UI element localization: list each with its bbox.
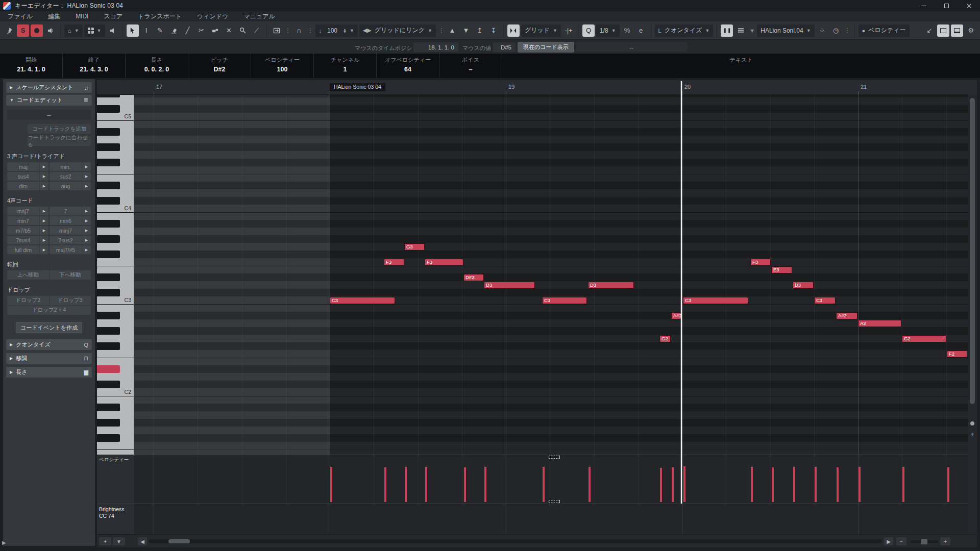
midi-note-F3[interactable]: F3 bbox=[750, 259, 771, 266]
velocity-bar[interactable] bbox=[751, 467, 753, 502]
h-zoom-slider[interactable] bbox=[911, 540, 938, 543]
black-key[interactable] bbox=[97, 381, 120, 388]
preset-selector[interactable]: ⌂▼ bbox=[64, 24, 83, 37]
velocity-bar[interactable] bbox=[837, 467, 839, 502]
midi-note-As2[interactable]: A#2 bbox=[671, 312, 682, 319]
black-key[interactable] bbox=[97, 342, 120, 350]
chord-pad-arrow-icon[interactable]: ▶ bbox=[82, 182, 91, 190]
midi-note-D3[interactable]: D3 bbox=[484, 282, 535, 289]
independent-loop-icon[interactable]: ∩ bbox=[293, 24, 305, 37]
nudge-up-icon[interactable]: ▲ bbox=[446, 24, 458, 37]
velocity-bar[interactable] bbox=[330, 467, 332, 502]
inversion-button[interactable]: 上へ移動 bbox=[7, 270, 49, 280]
midi-note-E3[interactable]: E3 bbox=[771, 266, 792, 273]
info-field-value[interactable]: 1 bbox=[344, 66, 347, 73]
kebab-icon[interactable]: ⋮ bbox=[308, 27, 313, 34]
grid-type-selector[interactable]: グリッド ▼ bbox=[521, 24, 561, 37]
line-tool[interactable]: ⟋ bbox=[251, 24, 263, 37]
length-panel-header[interactable]: ▶ 長さ ▆ bbox=[6, 367, 92, 378]
move-down-icon[interactable]: ↧ bbox=[487, 24, 500, 37]
velocity-bar[interactable] bbox=[859, 467, 861, 502]
menu-item[interactable]: 編集 bbox=[40, 12, 68, 21]
select-tool[interactable] bbox=[127, 24, 139, 37]
midi-note-G2[interactable]: G2 bbox=[659, 335, 671, 342]
black-key[interactable] bbox=[97, 434, 120, 442]
info-field[interactable]: オフベロシティー64 bbox=[377, 54, 439, 78]
scroll-right-icon[interactable]: ▶ bbox=[884, 537, 893, 545]
chord-edit-panel[interactable]: ▼ コードエディット ≣ bbox=[6, 95, 92, 106]
velocity-bar[interactable] bbox=[772, 467, 774, 502]
quantize-panel-header[interactable]: ▶ クオンタイズ Q bbox=[6, 339, 92, 350]
chord-pad-arrow-icon[interactable]: ▶ bbox=[82, 162, 91, 171]
midi-note-C3[interactable]: C3 bbox=[814, 297, 836, 304]
info-field-value[interactable]: 64 bbox=[404, 66, 411, 73]
velocity-bar[interactable] bbox=[543, 467, 545, 502]
chord-pad-arrow-icon[interactable]: ▶ bbox=[82, 245, 91, 254]
velocity-lane[interactable] bbox=[134, 455, 968, 504]
info-field-value[interactable]: 100 bbox=[277, 66, 288, 73]
horizontal-scrollbar-thumb[interactable] bbox=[168, 539, 190, 543]
tempo-clock-icon[interactable]: ◷ bbox=[830, 24, 842, 37]
pin-icon[interactable] bbox=[3, 24, 15, 37]
sidebar-expand-icon[interactable]: ▶ bbox=[2, 540, 6, 545]
midi-note-C3[interactable]: C3 bbox=[683, 297, 748, 304]
menu-item[interactable]: スコア bbox=[96, 12, 130, 21]
zoom-tool[interactable] bbox=[237, 24, 249, 37]
audition-speaker-icon[interactable] bbox=[107, 24, 119, 37]
length-adjust-button[interactable]: -|+ bbox=[562, 24, 575, 37]
midi-note-D3[interactable]: D3 bbox=[793, 282, 814, 289]
current-chord-display-button[interactable]: 現在のコード表示 bbox=[518, 42, 574, 53]
menu-item[interactable]: ファイル bbox=[0, 12, 40, 21]
chord-pad-sus2[interactable]: sus2▶ bbox=[50, 172, 91, 181]
track-selector[interactable]: HALion Soni.04 ▼ bbox=[757, 24, 814, 37]
chord-pad-minj7[interactable]: minj7▶ bbox=[50, 226, 91, 235]
chord-pad-dim[interactable]: dim▶ bbox=[7, 182, 48, 190]
draw-tool[interactable]: ✎ bbox=[154, 24, 166, 37]
open-in-lower-zone-icon[interactable]: ↙ bbox=[923, 24, 936, 37]
transpose-panel-header[interactable]: ▶ 移調 ⊓ bbox=[6, 353, 92, 364]
velocity-handle-top[interactable] bbox=[549, 456, 560, 459]
velocity-bar[interactable] bbox=[464, 467, 466, 502]
midi-note-G3[interactable]: G3 bbox=[404, 243, 425, 251]
black-key[interactable] bbox=[97, 289, 120, 296]
length-quantize-selector[interactable]: L クオンタイズ ▼ bbox=[655, 24, 714, 37]
black-key[interactable] bbox=[97, 404, 120, 411]
black-key[interactable] bbox=[97, 128, 120, 136]
v-zoom-in-button[interactable]: ＋ bbox=[968, 430, 977, 438]
black-key[interactable] bbox=[97, 312, 120, 319]
scroll-left-icon[interactable]: ◀ bbox=[138, 537, 147, 545]
black-key[interactable] bbox=[97, 273, 120, 281]
record-in-editor-button[interactable] bbox=[31, 24, 43, 37]
midi-note-C3[interactable]: C3 bbox=[542, 297, 587, 304]
menu-item[interactable]: MIDI bbox=[68, 13, 96, 20]
midi-note-As2[interactable]: A#2 bbox=[836, 312, 857, 319]
chord-pad-arrow-icon[interactable]: ▶ bbox=[40, 226, 48, 235]
info-field[interactable]: 終了21. 4. 3. 0 bbox=[63, 54, 126, 78]
velocity-bar[interactable] bbox=[484, 467, 486, 502]
velocity-bar[interactable] bbox=[384, 467, 386, 502]
nudge-down-icon[interactable]: ▼ bbox=[460, 24, 472, 37]
black-key[interactable] bbox=[97, 143, 120, 151]
info-field-value[interactable]: D#2 bbox=[214, 66, 226, 73]
midi-note-G2[interactable]: G2 bbox=[902, 335, 946, 342]
velocity-bar[interactable] bbox=[815, 467, 817, 502]
drop-button[interactable]: ドロップ2 bbox=[7, 296, 49, 305]
midi-note-F3[interactable]: F3 bbox=[425, 259, 463, 266]
info-field[interactable]: 開始21. 4. 1. 0 bbox=[0, 54, 63, 78]
chord-pad-arrow-icon[interactable]: ▶ bbox=[40, 172, 48, 181]
black-key[interactable] bbox=[97, 105, 120, 113]
black-key[interactable] bbox=[97, 235, 120, 243]
drop-2-4-button[interactable]: ドロップ2 + 4 bbox=[7, 306, 91, 315]
vertical-scrollbar-thumb[interactable] bbox=[970, 98, 975, 404]
keyboard-zoom-in-button[interactable]: ＋ bbox=[99, 537, 111, 545]
controller-lane-selector[interactable]: ● ベロシティー bbox=[859, 24, 910, 37]
kebab-icon[interactable]: ⋮ bbox=[285, 27, 290, 34]
event-colors-selector[interactable]: ▼ bbox=[84, 24, 105, 37]
grid-link-selector[interactable]: ◀▶ グリッドにリンク ▼ bbox=[359, 24, 436, 37]
chord-pad-arrow-icon[interactable]: ▶ bbox=[82, 172, 91, 181]
black-key[interactable] bbox=[97, 251, 120, 258]
knife-tool[interactable]: ╱ bbox=[182, 24, 194, 37]
solo-button[interactable]: S bbox=[17, 24, 29, 37]
velocity-stepper[interactable]: ▲▼ bbox=[343, 28, 347, 33]
vertical-scrollbar[interactable]: ＋ bbox=[968, 95, 977, 534]
